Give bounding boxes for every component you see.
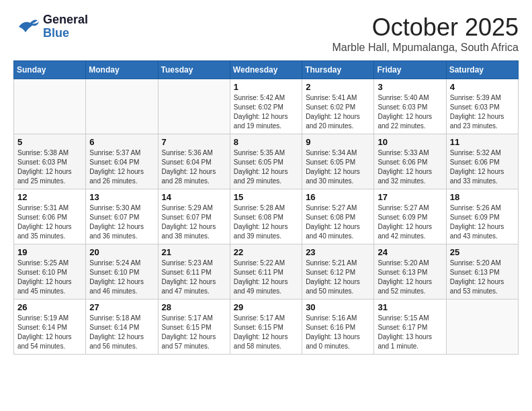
day-info: Sunrise: 5:25 AM Sunset: 6:10 PM Dayligh… — [17, 259, 82, 296]
calendar-cell: 16Sunrise: 5:27 AM Sunset: 6:08 PM Dayli… — [302, 189, 374, 244]
day-info: Sunrise: 5:35 AM Sunset: 6:05 PM Dayligh… — [234, 148, 298, 186]
day-info: Sunrise: 5:39 AM Sunset: 6:03 PM Dayligh… — [450, 93, 515, 131]
day-info: Sunrise: 5:33 AM Sunset: 6:06 PM Dayligh… — [378, 148, 442, 186]
calendar-cell: 8Sunrise: 5:35 AM Sunset: 6:05 PM Daylig… — [230, 134, 302, 189]
day-number: 19 — [17, 247, 82, 257]
logo-text: General Blue — [43, 13, 88, 40]
calendar-cell: 3Sunrise: 5:40 AM Sunset: 6:03 PM Daylig… — [374, 79, 446, 134]
day-info: Sunrise: 5:40 AM Sunset: 6:03 PM Dayligh… — [378, 93, 442, 131]
weekday-header-wednesday: Wednesday — [230, 61, 302, 79]
day-info: Sunrise: 5:15 AM Sunset: 6:17 PM Dayligh… — [378, 314, 442, 351]
page-header: General Blue October 2025 Marble Hall, M… — [13, 13, 519, 54]
calendar-cell: 19Sunrise: 5:25 AM Sunset: 6:10 PM Dayli… — [14, 244, 86, 300]
day-info: Sunrise: 5:18 AM Sunset: 6:14 PM Dayligh… — [89, 314, 154, 351]
day-info: Sunrise: 5:24 AM Sunset: 6:10 PM Dayligh… — [89, 259, 154, 296]
weekday-header-friday: Friday — [374, 61, 446, 79]
day-number: 13 — [89, 192, 154, 202]
day-info: Sunrise: 5:20 AM Sunset: 6:13 PM Dayligh… — [378, 259, 442, 296]
day-number: 15 — [234, 192, 298, 202]
day-number: 28 — [162, 302, 226, 312]
calendar-cell: 11Sunrise: 5:32 AM Sunset: 6:06 PM Dayli… — [446, 134, 518, 189]
calendar-week-2: 5Sunrise: 5:38 AM Sunset: 6:03 PM Daylig… — [14, 134, 519, 189]
day-info: Sunrise: 5:28 AM Sunset: 6:08 PM Dayligh… — [234, 203, 298, 241]
day-number: 30 — [306, 302, 370, 312]
calendar-cell — [86, 79, 158, 134]
month-title: October 2025 — [332, 13, 519, 42]
bird-icon — [13, 13, 40, 40]
day-number: 6 — [89, 137, 154, 147]
day-number: 7 — [162, 137, 226, 147]
calendar-cell: 22Sunrise: 5:22 AM Sunset: 6:11 PM Dayli… — [230, 244, 302, 300]
calendar-cell: 17Sunrise: 5:27 AM Sunset: 6:09 PM Dayli… — [374, 189, 446, 244]
calendar-cell — [446, 300, 518, 355]
day-number: 5 — [17, 137, 82, 147]
logo: General Blue — [13, 13, 88, 40]
calendar-cell: 1Sunrise: 5:42 AM Sunset: 6:02 PM Daylig… — [230, 79, 302, 134]
day-info: Sunrise: 5:37 AM Sunset: 6:04 PM Dayligh… — [89, 148, 154, 186]
day-info: Sunrise: 5:36 AM Sunset: 6:04 PM Dayligh… — [162, 148, 226, 186]
logo-blue: Blue — [43, 27, 88, 40]
calendar-cell: 15Sunrise: 5:28 AM Sunset: 6:08 PM Dayli… — [230, 189, 302, 244]
day-number: 27 — [89, 302, 154, 312]
day-info: Sunrise: 5:27 AM Sunset: 6:08 PM Dayligh… — [306, 203, 370, 241]
calendar-cell: 10Sunrise: 5:33 AM Sunset: 6:06 PM Dayli… — [374, 134, 446, 189]
calendar-cell: 6Sunrise: 5:37 AM Sunset: 6:04 PM Daylig… — [86, 134, 158, 189]
calendar-cell: 12Sunrise: 5:31 AM Sunset: 6:06 PM Dayli… — [14, 189, 86, 244]
day-info: Sunrise: 5:22 AM Sunset: 6:11 PM Dayligh… — [234, 259, 298, 296]
weekday-header-tuesday: Tuesday — [158, 61, 230, 79]
day-info: Sunrise: 5:38 AM Sunset: 6:03 PM Dayligh… — [17, 148, 82, 186]
calendar-header: SundayMondayTuesdayWednesdayThursdayFrid… — [14, 61, 519, 79]
day-number: 24 — [378, 247, 442, 257]
calendar-cell: 28Sunrise: 5:17 AM Sunset: 6:15 PM Dayli… — [158, 300, 230, 355]
weekday-header-sunday: Sunday — [14, 61, 86, 79]
weekday-header-monday: Monday — [86, 61, 158, 79]
day-number: 26 — [17, 302, 82, 312]
calendar-cell: 29Sunrise: 5:17 AM Sunset: 6:15 PM Dayli… — [230, 300, 302, 355]
calendar-week-4: 19Sunrise: 5:25 AM Sunset: 6:10 PM Dayli… — [14, 244, 519, 300]
calendar-cell: 25Sunrise: 5:20 AM Sunset: 6:13 PM Dayli… — [446, 244, 518, 300]
weekday-header-thursday: Thursday — [302, 61, 374, 79]
calendar-cell: 14Sunrise: 5:29 AM Sunset: 6:07 PM Dayli… — [158, 189, 230, 244]
calendar-cell: 31Sunrise: 5:15 AM Sunset: 6:17 PM Dayli… — [374, 300, 446, 355]
day-number: 17 — [378, 192, 442, 202]
calendar-cell: 30Sunrise: 5:16 AM Sunset: 6:16 PM Dayli… — [302, 300, 374, 355]
day-info: Sunrise: 5:32 AM Sunset: 6:06 PM Dayligh… — [450, 148, 515, 186]
calendar-cell: 27Sunrise: 5:18 AM Sunset: 6:14 PM Dayli… — [86, 300, 158, 355]
day-number: 22 — [234, 247, 298, 257]
day-info: Sunrise: 5:26 AM Sunset: 6:09 PM Dayligh… — [450, 203, 515, 241]
day-number: 21 — [162, 247, 226, 257]
day-info: Sunrise: 5:20 AM Sunset: 6:13 PM Dayligh… — [450, 259, 515, 296]
calendar-cell: 13Sunrise: 5:30 AM Sunset: 6:07 PM Dayli… — [86, 189, 158, 244]
calendar-body: 1Sunrise: 5:42 AM Sunset: 6:02 PM Daylig… — [14, 79, 519, 355]
calendar-week-5: 26Sunrise: 5:19 AM Sunset: 6:14 PM Dayli… — [14, 300, 519, 355]
weekday-row: SundayMondayTuesdayWednesdayThursdayFrid… — [14, 61, 519, 79]
day-info: Sunrise: 5:31 AM Sunset: 6:06 PM Dayligh… — [17, 203, 82, 241]
day-info: Sunrise: 5:42 AM Sunset: 6:02 PM Dayligh… — [234, 93, 298, 131]
calendar-cell: 5Sunrise: 5:38 AM Sunset: 6:03 PM Daylig… — [14, 134, 86, 189]
day-info: Sunrise: 5:17 AM Sunset: 6:15 PM Dayligh… — [234, 314, 298, 351]
calendar-table: SundayMondayTuesdayWednesdayThursdayFrid… — [13, 60, 519, 355]
day-number: 25 — [450, 247, 515, 257]
calendar-cell: 21Sunrise: 5:23 AM Sunset: 6:11 PM Dayli… — [158, 244, 230, 300]
calendar-week-1: 1Sunrise: 5:42 AM Sunset: 6:02 PM Daylig… — [14, 79, 519, 134]
logo-general: General — [43, 13, 88, 27]
title-block: October 2025 Marble Hall, Mpumalanga, So… — [332, 13, 519, 54]
day-number: 1 — [234, 82, 298, 92]
day-number: 3 — [378, 82, 442, 92]
location-subtitle: Marble Hall, Mpumalanga, South Africa — [332, 42, 519, 54]
calendar-cell: 18Sunrise: 5:26 AM Sunset: 6:09 PM Dayli… — [446, 189, 518, 244]
day-info: Sunrise: 5:21 AM Sunset: 6:12 PM Dayligh… — [306, 259, 370, 296]
day-number: 29 — [234, 302, 298, 312]
day-info: Sunrise: 5:41 AM Sunset: 6:02 PM Dayligh… — [306, 93, 370, 131]
day-info: Sunrise: 5:29 AM Sunset: 6:07 PM Dayligh… — [162, 203, 226, 241]
calendar-cell: 4Sunrise: 5:39 AM Sunset: 6:03 PM Daylig… — [446, 79, 518, 134]
calendar-cell: 2Sunrise: 5:41 AM Sunset: 6:02 PM Daylig… — [302, 79, 374, 134]
calendar-cell: 26Sunrise: 5:19 AM Sunset: 6:14 PM Dayli… — [14, 300, 86, 355]
calendar-cell: 9Sunrise: 5:34 AM Sunset: 6:05 PM Daylig… — [302, 134, 374, 189]
day-info: Sunrise: 5:23 AM Sunset: 6:11 PM Dayligh… — [162, 259, 226, 296]
day-info: Sunrise: 5:30 AM Sunset: 6:07 PM Dayligh… — [89, 203, 154, 241]
day-number: 14 — [162, 192, 226, 202]
day-info: Sunrise: 5:34 AM Sunset: 6:05 PM Dayligh… — [306, 148, 370, 186]
day-number: 9 — [306, 137, 370, 147]
calendar-cell: 7Sunrise: 5:36 AM Sunset: 6:04 PM Daylig… — [158, 134, 230, 189]
